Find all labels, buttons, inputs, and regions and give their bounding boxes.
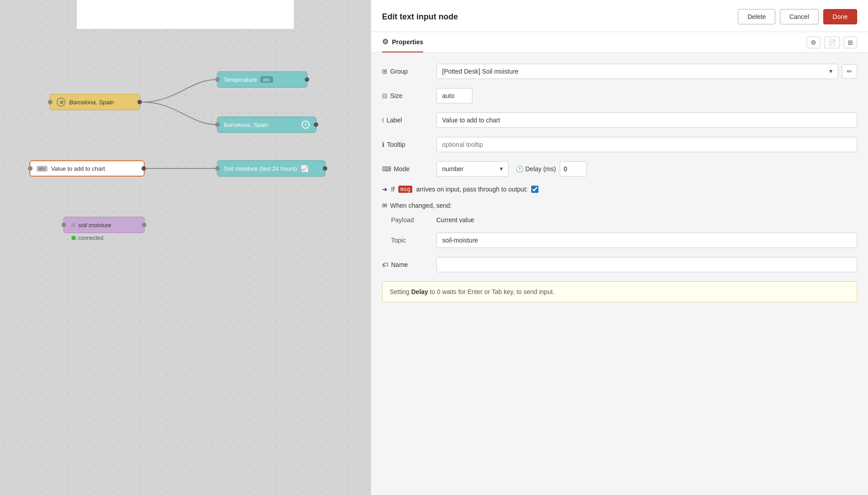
name-label: 🏷 Name [382,261,436,268]
label-label: I Label [382,117,436,124]
node-temperature-right-port [305,77,309,82]
tab-info-button[interactable]: ⊞ [844,37,857,48]
tooltip-row: ℹ Tooltip [382,137,857,152]
info-text-pre: Setting [390,288,411,295]
canvas-white-box [77,0,294,29]
when-changed-block: Payload Current value Topic [382,216,857,248]
size-icon: ⊟ [382,92,387,99]
node-barcelona2-left-port [215,122,220,127]
canvas: ⚙ Barcelona, Spain Temperature abc Barce… [0,0,371,495]
node-temperature-label: Temperature [224,76,257,83]
group-select-wrap: [Potted Desk] Soil moisture ▼ [436,64,838,79]
tab-gear-button[interactable]: ⚙ [807,37,821,48]
arrow-icon: ➜ [382,186,387,193]
node-soil24-chart-icon: 📈 [301,165,308,172]
name-input[interactable] [436,257,857,272]
node-barcelona-left-port [48,100,52,104]
panel-tab-icons: ⚙ 📄 ⊞ [807,37,857,48]
node-barcelona-label: Barcelona, Spain [69,99,114,106]
tooltip-label: ℹ Tooltip [382,141,436,148]
node-barcelona-right-port [137,100,142,104]
panel-tabs: ⚙ Properties ⚙ 📄 ⊞ [371,32,868,53]
node-barcelona-icon: ⚙ [57,98,66,107]
node-barcelona2-icon: ↺ [302,121,310,129]
done-button[interactable]: Done [823,9,857,24]
node-barcelona2-right-port [314,122,318,127]
size-input[interactable] [436,88,472,103]
label-input[interactable] [436,112,857,128]
payload-value: Current value [436,216,474,224]
topic-input[interactable] [436,233,857,248]
node-value-right-port [142,166,146,171]
node-value-to-add[interactable]: abc Value to add to chart [29,160,145,177]
info-text-post: to 0 waits for Enter or Tab key, to send… [428,288,555,295]
label-icon: I [382,117,384,124]
node-soil24[interactable]: Soil moisture (last 24 hours) 📈 [217,160,326,177]
node-soil24-right-port [323,166,327,171]
info-box: Setting Delay to 0 waits for Enter or Ta… [382,281,857,302]
topic-label: Topic [391,237,436,244]
group-edit-button[interactable]: ✏ [842,64,857,79]
node-barcelona-main[interactable]: ⚙ Barcelona, Spain [50,94,140,110]
group-label: ⊞ Group [382,68,436,75]
mode-row: ⌨ Mode number ▼ 🕐 Delay (ms) [382,161,857,177]
node-soilm-icon: ≋ [70,221,75,229]
delay-label: 🕐 Delay (ms) [516,165,556,173]
node-barcelona2[interactable]: Barcelona, Spain ↺ [217,117,316,133]
panel-header: Edit text input node Delete Cancel Done [371,0,868,32]
tab-properties-label: Properties [392,38,423,46]
when-changed-icon: ✉ [382,202,387,209]
payload-label: Payload [391,216,436,224]
node-value-label: Value to add to chart [51,165,105,172]
node-soil24-left-port [215,166,220,171]
node-soilm-right-port [142,223,146,227]
connected-status: connected [71,235,103,241]
topic-row: Topic [391,233,857,248]
connection-barcelona-barca2 [142,102,217,125]
group-icon: ⊞ [382,68,387,75]
panel-title: Edit text input node [382,12,458,22]
node-barcelona2-label: Barcelona, Spain [224,121,269,128]
node-soilm-left-port [61,223,66,227]
node-value-left-port [28,166,33,171]
tab-doc-button[interactable]: 📄 [824,37,840,48]
msg-passthrough-row: ➜ If msg arrives on input, pass through … [382,186,857,193]
node-temperature-badge: abc [260,76,273,83]
node-temperature[interactable]: Temperature abc [217,71,307,88]
mode-label: ⌨ Mode [382,165,436,173]
size-row: ⊟ Size [382,88,857,103]
label-row: I Label [382,112,857,128]
connected-label: connected [78,235,103,241]
connection-barcelona-temp [142,79,217,102]
node-temperature-left-port [215,77,220,82]
node-soilm[interactable]: ≋ soil moisture [63,217,145,233]
msg-passthrough-checkbox[interactable] [531,186,538,193]
edit-panel: Edit text input node Delete Cancel Done … [371,0,868,495]
tab-properties[interactable]: ⚙ Properties [382,32,423,52]
panel-header-buttons: Delete Cancel Done [738,9,857,24]
tooltip-icon: ℹ [382,141,384,148]
mode-select[interactable]: number [436,161,509,177]
delay-icon: 🕐 [516,165,524,173]
connections-svg [0,0,371,495]
tooltip-input[interactable] [436,137,857,152]
node-soil24-label: Soil moisture (last 24 hours) [224,165,297,172]
when-changed-section: ✉ When changed, send: [382,202,857,209]
delete-button[interactable]: Delete [738,9,775,24]
node-value-badge: abc [37,166,47,172]
mode-icon: ⌨ [382,165,391,173]
group-select[interactable]: [Potted Desk] Soil moisture [436,64,838,79]
cancel-button[interactable]: Cancel [780,9,819,24]
panel-body: ⊞ Group [Potted Desk] Soil moisture ▼ ✏ … [371,53,868,495]
msg-badge: msg [398,186,413,193]
node-soilm-label: soil moisture [78,222,111,229]
payload-row: Payload Current value [391,216,857,224]
name-icon: 🏷 [382,261,388,268]
size-label: ⊟ Size [382,92,436,99]
delay-input[interactable] [560,161,587,177]
info-bold: Delay [411,288,428,295]
delay-wrap: 🕐 Delay (ms) [516,161,587,177]
mode-select-wrap: number ▼ [436,161,509,177]
group-row: ⊞ Group [Potted Desk] Soil moisture ▼ ✏ [382,64,857,79]
name-row: 🏷 Name [382,257,857,272]
